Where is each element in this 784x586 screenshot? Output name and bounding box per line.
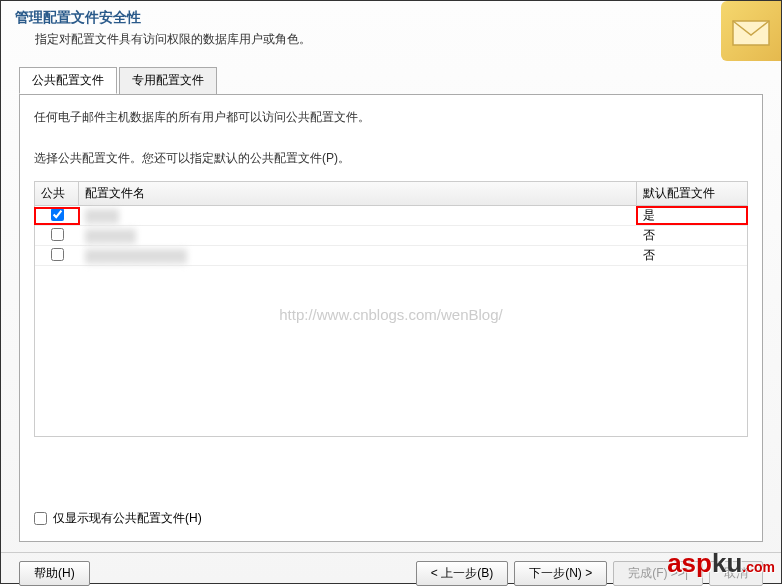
cell-public-checkbox[interactable] [35, 208, 79, 224]
tab-strip: 公共配置文件 专用配置文件 [19, 67, 763, 95]
show-only-label: 仅显示现有公共配置文件(H) [53, 510, 202, 527]
grid-body: ████ 是 ██████ 否 ████████████ 否 http://ww… [35, 206, 747, 436]
help-button[interactable]: 帮助(H) [19, 561, 90, 586]
watermark-text: http://www.cnblogs.com/wenBlog/ [35, 306, 747, 323]
cell-default-profile[interactable]: 否 [637, 227, 747, 244]
cell-public-checkbox[interactable] [35, 248, 79, 264]
col-header-default[interactable]: 默认配置文件 [637, 182, 747, 205]
content-area: 公共配置文件 专用配置文件 任何电子邮件主机数据库的所有用户都可以访问公共配置文… [1, 60, 781, 552]
cell-profile-name: ██████ [79, 229, 637, 243]
cell-profile-name: ████ [79, 209, 637, 223]
cancel-button: 取消 [709, 561, 763, 586]
show-only-checkbox[interactable] [34, 512, 47, 525]
header-mail-icon [721, 1, 781, 61]
finish-button: 完成(F) >>| [613, 561, 703, 586]
page-title: 管理配置文件安全性 [15, 9, 767, 27]
tab-private-profiles[interactable]: 专用配置文件 [119, 67, 217, 94]
panel-description-1: 任何电子邮件主机数据库的所有用户都可以访问公共配置文件。 [34, 109, 748, 126]
table-row[interactable]: ████████████ 否 [35, 246, 747, 266]
wizard-window: 管理配置文件安全性 指定对配置文件具有访问权限的数据库用户或角色。 公共配置文件… [0, 0, 782, 584]
tab-public-profiles[interactable]: 公共配置文件 [19, 67, 117, 94]
public-checkbox-0[interactable] [51, 208, 64, 221]
table-row[interactable]: ██████ 否 [35, 226, 747, 246]
table-row[interactable]: ████ 是 [35, 206, 747, 226]
next-button[interactable]: 下一步(N) > [514, 561, 607, 586]
public-checkbox-2[interactable] [51, 248, 64, 261]
profiles-grid: 公共 配置文件名 默认配置文件 ████ 是 ██████ 否 [34, 181, 748, 437]
tab-panel: 任何电子邮件主机数据库的所有用户都可以访问公共配置文件。 选择公共配置文件。您还… [19, 94, 763, 542]
cell-public-checkbox[interactable] [35, 228, 79, 244]
public-checkbox-1[interactable] [51, 228, 64, 241]
wizard-header: 管理配置文件安全性 指定对配置文件具有访问权限的数据库用户或角色。 [1, 1, 781, 60]
wizard-footer: 帮助(H) < 上一步(B) 下一步(N) > 完成(F) >>| 取消 [1, 552, 781, 586]
page-subtitle: 指定对配置文件具有访问权限的数据库用户或角色。 [35, 31, 767, 48]
show-only-existing[interactable]: 仅显示现有公共配置文件(H) [34, 510, 202, 527]
col-header-public[interactable]: 公共 [35, 182, 79, 205]
cell-default-profile[interactable]: 是 [637, 207, 747, 224]
cell-default-profile[interactable]: 否 [637, 247, 747, 264]
back-button[interactable]: < 上一步(B) [416, 561, 508, 586]
cell-profile-name: ████████████ [79, 249, 637, 263]
grid-header: 公共 配置文件名 默认配置文件 [35, 182, 747, 206]
col-header-name[interactable]: 配置文件名 [79, 182, 637, 205]
panel-description-2: 选择公共配置文件。您还可以指定默认的公共配置文件(P)。 [34, 150, 748, 167]
